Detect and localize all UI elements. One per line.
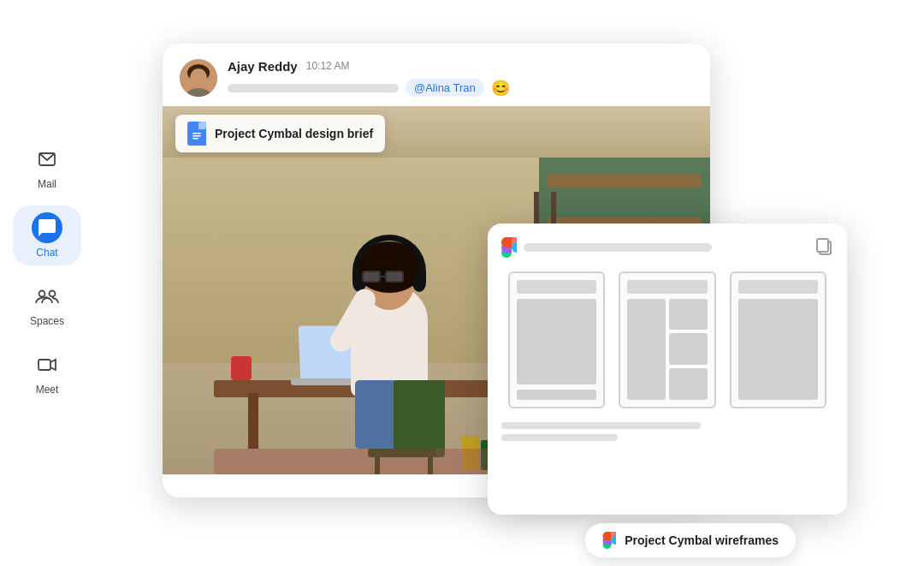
figma-preview-card [488,223,847,515]
wireframe-box-1 [508,271,605,408]
mention-tag[interactable]: @Alina Tran [406,79,484,97]
figma-label-badge: Project Cymbal wireframes [585,523,796,557]
svg-point-1 [39,291,45,297]
glasses-bridge [381,276,385,277]
shelf-1 [548,175,702,188]
wf-col-left [627,299,666,400]
wireframe-area [501,271,833,408]
emoji-reaction: 😊 [491,79,510,98]
message-row: @Alina Tran 😊 [228,79,510,98]
wf-header-2 [627,280,707,294]
svg-rect-10 [192,135,201,137]
figma-header-left [501,237,712,258]
meet-icon [37,354,57,375]
figma-footer-bar-2 [501,434,618,441]
wf-content-2 [627,299,707,400]
wf-header-1 [517,280,596,294]
sidebar-item-spaces[interactable]: Spaces [13,274,81,334]
message-placeholder-bar [228,84,399,92]
chat-icon [37,217,57,238]
sender-row: Ajay Reddy 10:12 AM [228,59,510,74]
rug [214,449,513,474]
glasses-left [362,271,381,283]
meet-icon-wrap [32,349,62,380]
sender-avatar [180,59,217,97]
wf-col-1 [517,299,596,384]
sidebar: Mail Chat Spaces [0,0,94,566]
figma-header [501,237,833,258]
figma-badge-icon [602,532,616,549]
figma-logo [501,237,517,258]
sidebar-meet-label: Meet [36,384,59,396]
docs-icon-svg [187,122,206,146]
avatar-image [180,59,217,97]
wf-small-2 [669,333,708,365]
google-docs-icon [187,122,206,146]
figma-url-bar [524,243,712,252]
svg-rect-3 [38,360,50,370]
wireframe-box-2 [619,271,715,408]
sidebar-item-mail[interactable]: Mail [13,137,81,197]
mail-icon [37,149,57,170]
svg-rect-9 [192,133,201,134]
svg-point-6 [190,69,207,87]
sidebar-mail-label: Mail [38,178,56,190]
wireframe-box-3 [730,271,826,408]
chat-header: Ajay Reddy 10:12 AM @Alina Tran 😊 [163,44,710,106]
message-timestamp: 10:12 AM [306,60,350,72]
chair-back [394,380,445,457]
scene: Ajay Reddy 10:12 AM @Alina Tran 😊 [77,27,847,540]
sidebar-item-meet[interactable]: Meet [13,343,81,402]
svg-rect-11 [192,138,198,140]
sidebar-chat-label: Chat [36,247,57,259]
spaces-icon [35,286,59,307]
glasses-right [385,271,404,283]
wf-content-3 [738,299,818,400]
figma-badge-label: Project Cymbal wireframes [625,533,779,547]
wf-header-3 [738,280,818,294]
svg-point-2 [50,291,56,297]
wf-small-rows [669,299,708,400]
docs-attachment-card[interactable]: Project Cymbal design brief [175,115,385,152]
sidebar-spaces-label: Spaces [30,315,64,327]
header-info: Ajay Reddy 10:12 AM @Alina Tran 😊 [228,59,510,98]
coffee-mug [231,356,252,380]
headphone-pad-right [412,273,426,292]
table-leg-1 [248,393,258,449]
chat-icon-wrap [32,212,62,243]
wf-col-3 [738,299,818,400]
copy-icon[interactable] [816,238,833,257]
wf-content-1 [517,299,596,384]
figma-footer-bars [501,422,833,441]
sender-name: Ajay Reddy [228,59,298,74]
wf-small-3 [669,368,708,400]
wf-small-1 [669,299,708,331]
person [334,226,445,397]
mail-icon-wrap [32,144,62,175]
spaces-icon-wrap [32,281,62,312]
sidebar-item-chat[interactable]: Chat [13,206,81,265]
wf-bottom-bar-1 [517,390,596,400]
docs-title: Project Cymbal design brief [215,127,373,140]
figma-footer-bar-1 [501,422,701,429]
